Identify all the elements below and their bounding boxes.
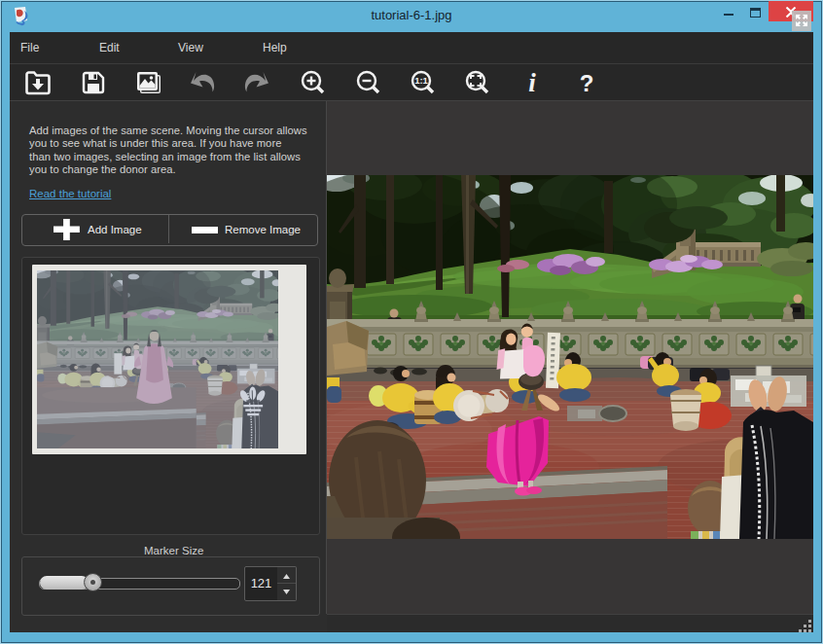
svg-text:?: ? [580,70,594,96]
svg-text:1:1: 1:1 [414,75,428,86]
svg-text:i: i [528,68,536,97]
